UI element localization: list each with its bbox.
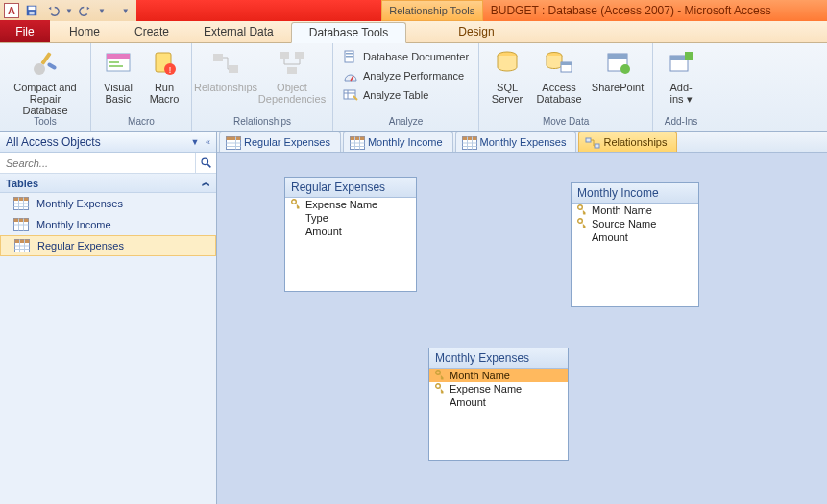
relbox-monthly-expenses[interactable]: Monthly ExpensesMonth NameExpense NameAm…: [428, 348, 569, 461]
relbox-title[interactable]: Monthly Income: [572, 183, 698, 204]
doc-tab-label: Monthly Income: [368, 136, 443, 148]
redo-icon[interactable]: [77, 2, 94, 19]
analyze-performance-icon: [343, 68, 358, 84]
field-label: Type: [305, 212, 328, 224]
doc-tab-regular-expenses[interactable]: Regular Expenses: [219, 132, 341, 152]
compact-repair-label: Compact and Repair Database: [6, 82, 85, 116]
analyze-table-icon: [343, 87, 358, 103]
sharepoint-button[interactable]: SharePoint: [589, 46, 646, 93]
relationships-canvas[interactable]: Regular ExpensesExpense NameTypeAmountMo…: [217, 153, 827, 504]
svg-rect-73: [586, 138, 591, 142]
sql-server-button[interactable]: SQL Server: [485, 46, 529, 105]
svg-line-36: [207, 164, 210, 167]
access-database-icon: [544, 48, 574, 79]
access-app-icon[interactable]: A: [4, 3, 19, 18]
contextual-tools-label: Relationship Tools: [381, 0, 483, 21]
tab-design[interactable]: Design: [441, 21, 511, 42]
svg-rect-28: [561, 62, 572, 65]
svg-rect-9: [109, 65, 123, 67]
ribbon-group-macro: Visual Basic ! Run Macro Macro: [91, 43, 192, 131]
title-bar: A ▼ ▼ ▼ Relationship Tools BUDGET : Data…: [0, 0, 827, 21]
ribbon-group-analyze: Database Documenter Analyze Performance …: [333, 43, 479, 131]
analyze-table-button[interactable]: Analyze Table: [339, 86, 473, 104]
field-label: Amount: [305, 226, 342, 237]
search-icon[interactable]: [195, 153, 216, 173]
save-icon[interactable]: [23, 2, 40, 19]
field-row[interactable]: Expense Name: [429, 382, 568, 396]
doc-tab-monthly-expenses[interactable]: Monthly Expenses: [455, 132, 577, 152]
field-row[interactable]: Amount: [285, 225, 416, 238]
svg-rect-34: [685, 52, 693, 60]
nav-collapse-icon[interactable]: «: [206, 137, 210, 147]
sql-server-icon: [492, 48, 523, 79]
nav-category-tables[interactable]: Tables ︽: [0, 174, 216, 193]
nav-item-label: Monthly Expenses: [36, 198, 123, 209]
svg-rect-8: [109, 61, 119, 63]
titlebar-red-strip: [136, 0, 381, 21]
redo-dropdown-icon[interactable]: ▼: [98, 7, 106, 15]
tab-database-tools[interactable]: Database Tools: [291, 22, 407, 43]
add-ins-button[interactable]: Add- ins ▾: [659, 46, 703, 105]
ribbon-group-move-data: SQL Server Access Database SharePoint Mo…: [479, 43, 653, 131]
access-database-button[interactable]: Access Database: [533, 46, 585, 105]
svg-rect-62: [350, 137, 364, 141]
field-row[interactable]: Source Name: [572, 217, 698, 230]
undo-dropdown-icon[interactable]: ▼: [65, 7, 73, 15]
field-row[interactable]: Month Name: [429, 369, 568, 382]
database-documenter-label: Database Documenter: [363, 51, 469, 62]
table-icon: [14, 239, 30, 252]
relbox-title[interactable]: Regular Expenses: [285, 178, 416, 198]
svg-point-35: [202, 158, 208, 165]
visual-basic-button[interactable]: Visual Basic: [97, 46, 139, 105]
visual-basic-icon: [103, 48, 134, 79]
svg-point-31: [620, 64, 630, 74]
field-label: Source Name: [592, 218, 656, 229]
navigation-pane: All Access Objects ▼ « Tables ︽ Monthly …: [0, 132, 217, 504]
relbox-regular-expenses[interactable]: Regular ExpensesExpense NameTypeAmount: [284, 177, 417, 292]
object-dependencies-label: Object Dependencies: [258, 82, 326, 105]
run-macro-label: Run Macro: [150, 82, 180, 105]
nav-pane-header[interactable]: All Access Objects ▼ «: [0, 132, 216, 153]
compact-repair-button[interactable]: Compact and Repair Database: [6, 46, 85, 116]
primary-key-icon: [577, 218, 587, 229]
field-row[interactable]: Amount: [429, 396, 568, 409]
analyze-performance-button[interactable]: Analyze Performance: [339, 67, 473, 84]
run-macro-button[interactable]: ! Run Macro: [143, 46, 185, 105]
table-icon: [350, 136, 363, 148]
document-tab-bar: Regular ExpensesMonthly IncomeMonthly Ex…: [217, 132, 827, 153]
svg-text:!: !: [169, 65, 172, 75]
nav-item-label: Regular Expenses: [37, 240, 124, 252]
doc-tab-relationships[interactable]: Relationships: [578, 132, 677, 152]
nav-filter-dropdown-icon[interactable]: ▼: [190, 137, 199, 147]
ribbon: Compact and Repair Database Tools Visual…: [0, 43, 827, 132]
relbox-title[interactable]: Monthly Expenses: [429, 348, 568, 369]
relbox-monthly-income[interactable]: Monthly IncomeMonth NameSource NameAmoun…: [571, 182, 699, 307]
field-row[interactable]: Amount: [572, 230, 698, 244]
undo-icon[interactable]: [44, 2, 61, 19]
field-label: Month Name: [592, 204, 652, 216]
tab-external-data[interactable]: External Data: [186, 21, 291, 42]
field-row[interactable]: Expense Name: [285, 198, 416, 211]
nav-item-monthly-income[interactable]: Monthly Income: [0, 214, 216, 235]
qat-customize-icon[interactable]: ▼: [119, 7, 133, 15]
add-ins-icon: [666, 48, 696, 79]
nav-item-monthly-expenses[interactable]: Monthly Expenses: [0, 193, 216, 214]
run-macro-icon: !: [149, 48, 180, 79]
doc-tab-monthly-income[interactable]: Monthly Income: [343, 132, 453, 152]
nav-category-collapse-icon[interactable]: ︽: [202, 177, 210, 189]
tab-home[interactable]: Home: [52, 21, 117, 42]
svg-rect-56: [227, 137, 241, 141]
table-icon: [226, 136, 239, 148]
database-documenter-button[interactable]: Database Documenter: [339, 48, 473, 65]
nav-item-regular-expenses[interactable]: Regular Expenses: [0, 235, 216, 256]
doc-tab-label: Relationships: [603, 136, 667, 148]
file-tab[interactable]: File: [0, 20, 50, 42]
search-input[interactable]: [0, 153, 195, 173]
tab-create[interactable]: Create: [117, 21, 186, 42]
access-database-label: Access Database: [537, 82, 582, 105]
table-icon: [13, 197, 29, 210]
svg-rect-13: [213, 54, 223, 61]
field-row[interactable]: Month Name: [572, 204, 698, 217]
ribbon-group-analyze-label: Analyze: [333, 116, 478, 131]
field-row[interactable]: Type: [285, 211, 416, 225]
